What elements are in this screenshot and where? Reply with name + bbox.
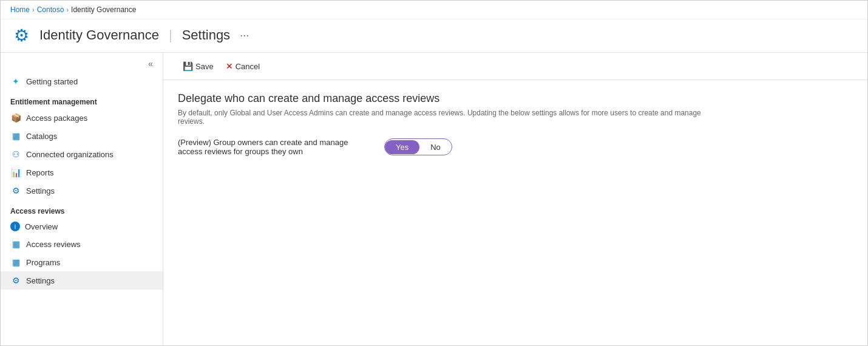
toolbar: 💾 Save ✕ Cancel	[163, 53, 867, 80]
access-reviews-label: Access reviews	[26, 240, 81, 249]
programs-label: Programs	[26, 258, 60, 267]
sidebar: « ✦ Getting started Entitlement manageme…	[1, 53, 163, 345]
header-more-button[interactable]: ···	[240, 29, 249, 42]
settings-access-reviews-label: Settings	[26, 276, 55, 285]
catalogs-label: Catalogs	[26, 132, 57, 141]
sidebar-item-connected-organizations[interactable]: ⚇ Connected organizations	[1, 145, 163, 163]
access-reviews-icon: ▦	[10, 239, 21, 249]
overview-label: Overview	[25, 222, 58, 231]
header-icon-container: ⚙	[10, 24, 32, 46]
breadcrumb-sep-1: ›	[32, 6, 35, 13]
main-layout: « ✦ Getting started Entitlement manageme…	[1, 53, 867, 345]
toggle-group-group-owners[interactable]: Yes No	[384, 138, 452, 155]
content-area: 💾 Save ✕ Cancel Delegate who can create …	[163, 53, 867, 345]
identity-governance-icon: ⚙	[14, 25, 29, 46]
settings-description: By default, only Global and User Access …	[178, 109, 724, 126]
toggle-no-button[interactable]: No	[419, 140, 452, 154]
sidebar-item-catalogs[interactable]: ▦ Catalogs	[1, 127, 163, 145]
page-header: ⚙ Identity Governance | Settings ···	[1, 19, 867, 53]
cancel-icon: ✕	[226, 61, 233, 71]
access-reviews-header: Access reviews	[1, 200, 163, 218]
connected-organizations-label: Connected organizations	[26, 150, 114, 159]
reports-icon: 📊	[10, 167, 21, 178]
sidebar-item-programs[interactable]: ▦ Programs	[1, 253, 163, 271]
settings-entitlement-icon: ⚙	[10, 185, 21, 196]
save-icon: 💾	[183, 61, 193, 71]
programs-icon: ▦	[10, 257, 21, 268]
app-container: Home › Contoso › Identity Governance ⚙ I…	[0, 0, 868, 346]
breadcrumb-contoso[interactable]: Contoso	[37, 5, 64, 14]
setting-row-group-owners: (Preview) Group owners can create and ma…	[178, 138, 853, 156]
settings-access-reviews-icon: ⚙	[10, 275, 21, 286]
sidebar-item-settings-entitlement[interactable]: ⚙ Settings	[1, 181, 163, 200]
cancel-label: Cancel	[236, 62, 260, 71]
save-label: Save	[195, 62, 214, 71]
connected-organizations-icon: ⚇	[10, 149, 21, 160]
getting-started-label: Getting started	[26, 77, 78, 86]
breadcrumb-home[interactable]: Home	[10, 5, 30, 14]
breadcrumb: Home › Contoso › Identity Governance	[1, 1, 867, 19]
overview-icon: i	[10, 222, 20, 231]
sidebar-item-overview[interactable]: i Overview	[1, 218, 163, 235]
breadcrumb-sep-2: ›	[66, 6, 69, 13]
sidebar-collapse-area: «	[1, 53, 163, 72]
setting-label-group-owners: (Preview) Group owners can create and ma…	[178, 138, 372, 156]
save-button[interactable]: 💾 Save	[178, 59, 219, 73]
header-divider: |	[169, 27, 172, 43]
reports-label: Reports	[26, 168, 54, 177]
sidebar-item-getting-started[interactable]: ✦ Getting started	[1, 72, 163, 90]
access-packages-icon: 📦	[10, 112, 21, 123]
header-title: Identity Governance	[39, 27, 159, 43]
settings-entitlement-label: Settings	[26, 186, 55, 195]
sidebar-item-settings-access-reviews[interactable]: ⚙ Settings	[1, 271, 163, 290]
toggle-yes-button[interactable]: Yes	[385, 140, 419, 154]
header-subtitle: Settings	[182, 27, 231, 43]
sidebar-item-access-reviews[interactable]: ▦ Access reviews	[1, 235, 163, 253]
sidebar-item-access-packages[interactable]: 📦 Access packages	[1, 109, 163, 127]
catalogs-icon: ▦	[10, 131, 21, 141]
getting-started-icon: ✦	[10, 76, 21, 87]
breadcrumb-current: Identity Governance	[71, 5, 136, 14]
access-packages-label: Access packages	[26, 114, 87, 123]
cancel-button[interactable]: ✕ Cancel	[221, 59, 265, 73]
settings-title: Delegate who can create and manage acces…	[178, 92, 853, 105]
settings-content: Delegate who can create and manage acces…	[163, 80, 867, 178]
sidebar-item-reports[interactable]: 📊 Reports	[1, 163, 163, 181]
sidebar-collapse-button[interactable]: «	[146, 58, 155, 70]
entitlement-management-header: Entitlement management	[1, 90, 163, 109]
